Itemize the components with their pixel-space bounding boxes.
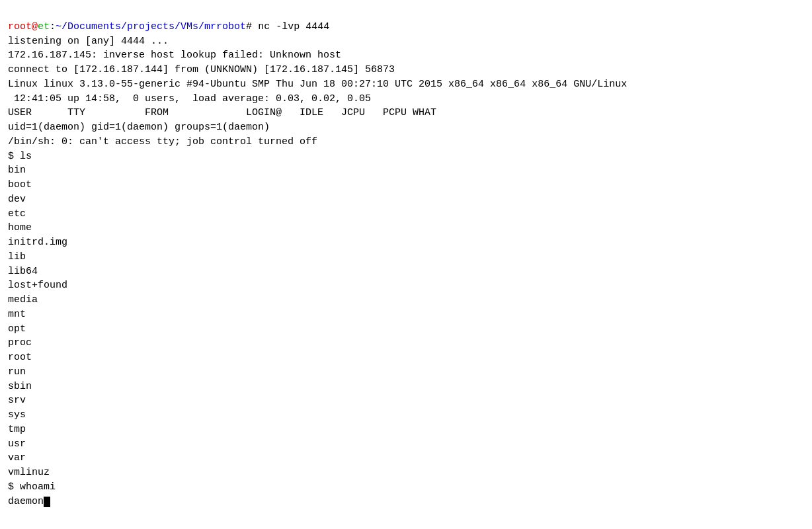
output-line-29: usr bbox=[8, 438, 26, 450]
path-part: ~/Documents/projects/VMs/mrrobot bbox=[56, 21, 246, 32]
output-line-16: lib bbox=[8, 251, 26, 263]
output-line-31: vmlinuz bbox=[8, 467, 50, 478]
output-line-24: run bbox=[8, 366, 26, 378]
output-line-20: mnt bbox=[8, 309, 26, 320]
output-line-3: connect to [172.16.187.144] from (UNKNOW… bbox=[8, 64, 395, 75]
output-line-27: sys bbox=[8, 409, 26, 421]
terminal-cursor bbox=[44, 497, 50, 507]
output-line-7: uid=1(daemon) gid=1(daemon) groups=1(dae… bbox=[8, 122, 270, 133]
output-line-6: USER TTY FROM LOGIN@ IDLE JCPU PCPU WHAT bbox=[8, 107, 436, 118]
output-line-21: opt bbox=[8, 323, 26, 335]
output-line-4: Linux linux 3.13.0-55-generic #94-Ubuntu… bbox=[8, 79, 627, 90]
output-line-25: sbin bbox=[8, 381, 32, 392]
output-line-14: home bbox=[8, 222, 32, 233]
output-line-8: /bin/sh: 0: can't access tty; job contro… bbox=[8, 136, 317, 147]
at-part: @ bbox=[32, 21, 38, 32]
host-part: et bbox=[38, 21, 50, 32]
output-line-12: dev bbox=[8, 194, 26, 205]
output-line-10: bin bbox=[8, 165, 26, 176]
output-line-17: lib64 bbox=[8, 266, 38, 277]
output-line-22: proc bbox=[8, 337, 32, 348]
output-line-28: tmp bbox=[8, 424, 26, 435]
output-line-32: $ whoami bbox=[8, 481, 56, 493]
output-line-33: daemon bbox=[8, 496, 44, 507]
output-line-19: media bbox=[8, 294, 38, 305]
output-line-5: 12:41:05 up 14:58, 0 users, load average… bbox=[8, 93, 371, 104]
output-line-9: $ ls bbox=[8, 151, 32, 162]
output-line-15: initrd.img bbox=[8, 237, 67, 248]
terminal-output: root@et:~/Documents/projects/VMs/mrrobot… bbox=[8, 5, 804, 509]
output-line-2: 172.16.187.145: inverse host lookup fail… bbox=[8, 50, 341, 61]
user-part: root bbox=[8, 21, 32, 32]
command-text: nc -lvp 4444 bbox=[252, 21, 329, 32]
prompt-line: root@et:~/Documents/projects/VMs/mrrobot… bbox=[8, 21, 329, 32]
output-line-13: etc bbox=[8, 208, 26, 220]
output-line-23: root bbox=[8, 352, 32, 363]
prompt-hash: # bbox=[246, 21, 252, 32]
separator: : bbox=[50, 21, 56, 32]
output-line-11: boot bbox=[8, 179, 32, 190]
output-line-1: listening on [any] 4444 ... bbox=[8, 36, 169, 47]
output-line-18: lost+found bbox=[8, 280, 67, 291]
output-line-26: srv bbox=[8, 395, 26, 406]
output-line-30: var bbox=[8, 452, 26, 464]
